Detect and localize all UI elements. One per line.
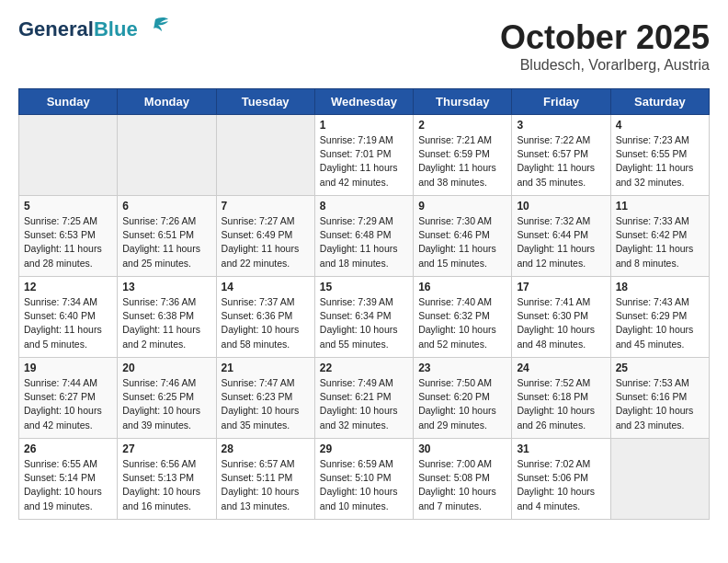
calendar-cell: 25Sunrise: 7:53 AMSunset: 6:16 PMDayligh… <box>610 358 709 439</box>
calendar-cell: 18Sunrise: 7:43 AMSunset: 6:29 PMDayligh… <box>610 277 709 358</box>
day-info: Sunrise: 7:37 AMSunset: 6:36 PMDaylight:… <box>222 295 310 351</box>
day-number: 24 <box>517 362 605 374</box>
calendar-cell: 4Sunrise: 7:23 AMSunset: 6:55 PMDaylight… <box>610 115 709 196</box>
calendar-cell: 7Sunrise: 7:27 AMSunset: 6:49 PMDaylight… <box>216 196 314 277</box>
month-title: October 2025 <box>500 18 710 57</box>
day-info: Sunrise: 7:46 AMSunset: 6:25 PMDaylight:… <box>122 376 210 432</box>
day-number: 31 <box>517 442 605 455</box>
calendar-cell: 16Sunrise: 7:40 AMSunset: 6:32 PMDayligh… <box>414 277 512 358</box>
calendar-cell: 19Sunrise: 7:44 AMSunset: 6:27 PMDayligh… <box>19 358 118 439</box>
day-info: Sunrise: 7:02 AMSunset: 5:06 PMDaylight:… <box>517 457 605 513</box>
day-info: Sunrise: 7:25 AMSunset: 6:53 PMDaylight:… <box>24 214 112 270</box>
day-number: 20 <box>122 362 210 374</box>
day-number: 11 <box>616 200 704 213</box>
calendar-cell: 5Sunrise: 7:25 AMSunset: 6:53 PMDaylight… <box>19 196 118 277</box>
day-info: Sunrise: 7:27 AMSunset: 6:49 PMDaylight:… <box>222 214 310 270</box>
calendar-cell: 28Sunrise: 6:57 AMSunset: 5:11 PMDayligh… <box>216 439 314 520</box>
day-info: Sunrise: 7:39 AMSunset: 6:34 PMDaylight:… <box>320 295 408 351</box>
day-number: 6 <box>122 200 210 213</box>
calendar-cell: 29Sunrise: 6:59 AMSunset: 5:10 PMDayligh… <box>314 439 413 520</box>
day-number: 19 <box>24 362 112 374</box>
day-number: 27 <box>122 442 210 455</box>
calendar-cell: 6Sunrise: 7:26 AMSunset: 6:51 PMDaylight… <box>118 196 216 277</box>
day-info: Sunrise: 7:52 AMSunset: 6:18 PMDaylight:… <box>517 376 605 432</box>
calendar-week-row: 26Sunrise: 6:55 AMSunset: 5:14 PMDayligh… <box>19 439 710 520</box>
weekday-header-sunday: Sunday <box>19 89 118 115</box>
day-number: 8 <box>320 200 408 213</box>
calendar-cell: 24Sunrise: 7:52 AMSunset: 6:18 PMDayligh… <box>512 358 610 439</box>
weekday-header-row: SundayMondayTuesdayWednesdayThursdayFrid… <box>19 89 710 115</box>
location-title: Bludesch, Vorarlberg, Austria <box>500 57 710 74</box>
day-info: Sunrise: 7:33 AMSunset: 6:42 PMDaylight:… <box>616 214 704 270</box>
day-number: 13 <box>122 281 210 293</box>
day-number: 30 <box>418 442 506 455</box>
day-info: Sunrise: 7:29 AMSunset: 6:48 PMDaylight:… <box>320 214 408 270</box>
calendar-cell <box>216 115 314 196</box>
day-number: 12 <box>24 281 112 293</box>
day-number: 21 <box>222 362 310 374</box>
day-number: 1 <box>320 119 408 132</box>
calendar-cell: 22Sunrise: 7:49 AMSunset: 6:21 PMDayligh… <box>314 358 413 439</box>
calendar-cell: 30Sunrise: 7:00 AMSunset: 5:08 PMDayligh… <box>414 439 512 520</box>
calendar-week-row: 5Sunrise: 7:25 AMSunset: 6:53 PMDaylight… <box>19 196 710 277</box>
day-number: 9 <box>418 200 506 213</box>
day-info: Sunrise: 7:47 AMSunset: 6:23 PMDaylight:… <box>222 376 310 432</box>
calendar-cell: 14Sunrise: 7:37 AMSunset: 6:36 PMDayligh… <box>216 277 314 358</box>
day-info: Sunrise: 6:57 AMSunset: 5:11 PMDaylight:… <box>222 457 310 513</box>
calendar-table: SundayMondayTuesdayWednesdayThursdayFrid… <box>18 88 710 520</box>
day-number: 7 <box>222 200 310 213</box>
calendar-cell: 20Sunrise: 7:46 AMSunset: 6:25 PMDayligh… <box>118 358 216 439</box>
day-number: 4 <box>616 119 704 132</box>
day-info: Sunrise: 7:32 AMSunset: 6:44 PMDaylight:… <box>517 214 605 270</box>
day-number: 26 <box>24 442 112 455</box>
weekday-header-monday: Monday <box>118 89 216 115</box>
page-header: GeneralBlue October 2025 Bludesch, Vorar… <box>18 18 710 74</box>
day-number: 17 <box>517 281 605 293</box>
day-info: Sunrise: 7:40 AMSunset: 6:32 PMDaylight:… <box>418 295 506 351</box>
title-block: October 2025 Bludesch, Vorarlberg, Austr… <box>500 18 710 74</box>
day-number: 28 <box>222 442 310 455</box>
calendar-week-row: 12Sunrise: 7:34 AMSunset: 6:40 PMDayligh… <box>19 277 710 358</box>
day-info: Sunrise: 7:26 AMSunset: 6:51 PMDaylight:… <box>122 214 210 270</box>
day-number: 5 <box>24 200 112 213</box>
day-info: Sunrise: 7:23 AMSunset: 6:55 PMDaylight:… <box>616 133 704 190</box>
day-number: 22 <box>320 362 408 374</box>
calendar-cell: 27Sunrise: 6:56 AMSunset: 5:13 PMDayligh… <box>118 439 216 520</box>
calendar-cell: 23Sunrise: 7:50 AMSunset: 6:20 PMDayligh… <box>414 358 512 439</box>
logo-blue: Blue <box>94 17 138 40</box>
calendar-cell: 2Sunrise: 7:21 AMSunset: 6:59 PMDaylight… <box>414 115 512 196</box>
day-number: 10 <box>517 200 605 213</box>
day-info: Sunrise: 7:44 AMSunset: 6:27 PMDaylight:… <box>24 376 112 432</box>
day-info: Sunrise: 7:36 AMSunset: 6:38 PMDaylight:… <box>122 295 210 351</box>
day-number: 14 <box>222 281 310 293</box>
weekday-header-saturday: Saturday <box>610 89 709 115</box>
weekday-header-friday: Friday <box>512 89 610 115</box>
calendar-cell: 31Sunrise: 7:02 AMSunset: 5:06 PMDayligh… <box>512 439 610 520</box>
day-number: 29 <box>320 442 408 455</box>
weekday-header-thursday: Thursday <box>414 89 512 115</box>
day-info: Sunrise: 7:19 AMSunset: 7:01 PMDaylight:… <box>320 133 408 190</box>
weekday-header-tuesday: Tuesday <box>216 89 314 115</box>
day-number: 2 <box>418 119 506 132</box>
day-info: Sunrise: 7:34 AMSunset: 6:40 PMDaylight:… <box>24 295 112 351</box>
logo-general: General <box>18 17 94 40</box>
calendar-cell: 17Sunrise: 7:41 AMSunset: 6:30 PMDayligh… <box>512 277 610 358</box>
day-number: 15 <box>320 281 408 293</box>
day-info: Sunrise: 6:55 AMSunset: 5:14 PMDaylight:… <box>24 457 112 513</box>
calendar-cell <box>118 115 216 196</box>
calendar-week-row: 19Sunrise: 7:44 AMSunset: 6:27 PMDayligh… <box>19 358 710 439</box>
calendar-cell: 1Sunrise: 7:19 AMSunset: 7:01 PMDaylight… <box>314 115 413 196</box>
day-number: 16 <box>418 281 506 293</box>
calendar-cell: 11Sunrise: 7:33 AMSunset: 6:42 PMDayligh… <box>610 196 709 277</box>
logo-bird-icon <box>142 16 169 40</box>
calendar-cell: 10Sunrise: 7:32 AMSunset: 6:44 PMDayligh… <box>512 196 610 277</box>
day-info: Sunrise: 7:21 AMSunset: 6:59 PMDaylight:… <box>418 133 506 190</box>
calendar-cell: 21Sunrise: 7:47 AMSunset: 6:23 PMDayligh… <box>216 358 314 439</box>
calendar-cell: 9Sunrise: 7:30 AMSunset: 6:46 PMDaylight… <box>414 196 512 277</box>
calendar-cell: 26Sunrise: 6:55 AMSunset: 5:14 PMDayligh… <box>19 439 118 520</box>
day-number: 23 <box>418 362 506 374</box>
calendar-cell: 3Sunrise: 7:22 AMSunset: 6:57 PMDaylight… <box>512 115 610 196</box>
calendar-cell: 12Sunrise: 7:34 AMSunset: 6:40 PMDayligh… <box>19 277 118 358</box>
calendar-cell <box>19 115 118 196</box>
calendar-cell <box>610 439 709 520</box>
